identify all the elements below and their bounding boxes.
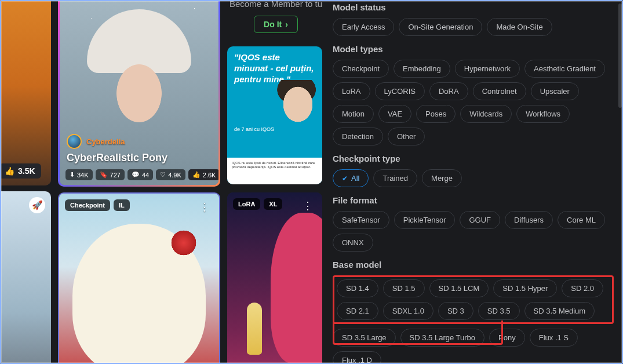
stat-thumbs[interactable]: 👍2.6K [188, 169, 218, 180]
chip-embedding[interactable]: Embedding [394, 60, 450, 78]
stat-likes: ♡4.9K [156, 169, 185, 180]
chip-poses[interactable]: Poses [416, 105, 456, 123]
thumb-icon: 👍 [192, 171, 201, 179]
chip-trained[interactable]: Trained [373, 169, 417, 187]
model-types-chips: Checkpoint Embedding Hypernetwork Aesthe… [333, 60, 614, 145]
chip-sd15lcm[interactable]: SD 1.5 LCM [429, 279, 489, 297]
chip-other[interactable]: Other [388, 128, 425, 145]
chip-sd21[interactable]: SD 2.1 [337, 302, 378, 320]
chip-lycoris[interactable]: LyCORIS [375, 82, 425, 100]
chip-coreml[interactable]: Core ML [558, 211, 605, 229]
author-name: Cyberdelia [86, 137, 125, 146]
section-model-status: Model status [333, 2, 614, 12]
chip-controlnet[interactable]: Controlnet [473, 82, 526, 100]
chip-detection[interactable]: Detection [333, 128, 383, 145]
chip-flux1s[interactable]: Flux .1 S [530, 329, 578, 347]
chip-made-onsite[interactable]: Made On-Site [487, 18, 552, 36]
card-tags: Checkpoint IL [65, 199, 130, 211]
rocket-icon[interactable]: 🚀 [29, 197, 45, 213]
chip-pickletensor[interactable]: PickleTensor [394, 211, 456, 229]
chip-hypernetwork[interactable]: Hypernetwork [455, 60, 520, 78]
chip-workflows[interactable]: Workflows [516, 105, 570, 123]
bookmark-icon: 🔖 [100, 171, 108, 179]
chip-sd15[interactable]: SD 1.5 [383, 279, 425, 297]
tag-il: IL [114, 199, 130, 211]
chip-upscaler[interactable]: Upscaler [531, 82, 579, 100]
card-partial-left-bottom[interactable]: 🚀 [0, 191, 51, 364]
do-it-label: Do It [264, 20, 282, 29]
chip-sd15hyper[interactable]: SD 1.5 Hyper [493, 279, 557, 297]
heart-icon: ♡ [160, 171, 166, 179]
chip-merge[interactable]: Merge [422, 169, 462, 187]
chip-wildcards[interactable]: Wildcards [460, 105, 512, 123]
chip-sd20[interactable]: SD 2.0 [562, 279, 603, 297]
download-icon: ⬇ [70, 171, 75, 179]
card-tags: LoRA XL [233, 198, 282, 210]
card-crody[interactable]: Checkpoint IL ⋮ Crody [58, 192, 220, 364]
section-base-model: Base model [333, 260, 614, 270]
more-menu-button[interactable]: ⋮ [196, 199, 213, 214]
chip-sd3[interactable]: SD 3 [438, 302, 473, 320]
stat-downloads: ⬇34K [65, 169, 93, 180]
cards-panel: Become a Member to tu Do It › 👍 3.5K Cyb… [0, 0, 326, 364]
chip-sd35[interactable]: SD 3.5 [478, 302, 520, 320]
card-featured[interactable]: Cyberdelia CyberRealistic Pony ⬇34K 🔖727… [58, 0, 220, 187]
chip-diffusers[interactable]: Diffusers [505, 211, 553, 229]
card-stats: ⬇34K 🔖727 💬44 ♡4.9K 👍2.6K [65, 169, 213, 180]
card-lora[interactable]: LoRA XL ⋮ [227, 192, 322, 364]
model-status-chips: Early Access On-Site Generation Made On-… [333, 18, 614, 36]
chevron-right-icon: › [285, 20, 288, 29]
card-partial-left-top[interactable]: 👍 3.5K [0, 0, 51, 185]
card-ad[interactable]: "IQOS este minunat - cel puțin, pentru m… [227, 46, 322, 184]
ad-sub: de 7 ani cu IQOS [234, 126, 274, 132]
chip-gguf[interactable]: GGUF [460, 211, 500, 229]
chip-all[interactable]: ✔All [333, 169, 369, 187]
section-model-types: Model types [333, 44, 614, 54]
more-menu-button[interactable]: ⋮ [299, 198, 316, 213]
member-banner: Become a Member to tu Do It › [227, 0, 325, 33]
chip-onnx[interactable]: ONNX [333, 234, 373, 252]
section-file-format: File format [333, 195, 614, 205]
chip-safetensor[interactable]: SafeTensor [333, 211, 389, 229]
chip-onsite-generation[interactable]: On-Site Generation [399, 18, 482, 36]
section-checkpoint-type: Checkpoint type [333, 154, 614, 163]
file-format-chips: SafeTensor PickleTensor GGUF Diffusers C… [333, 211, 614, 252]
checkpoint-type-chips: ✔All Trained Merge [333, 169, 614, 187]
chip-motion[interactable]: Motion [333, 105, 374, 123]
chip-vae[interactable]: VAE [378, 105, 411, 123]
chip-sd14[interactable]: SD 1.4 [337, 279, 378, 297]
thumbs-count: 3.5K [18, 166, 35, 176]
filters-panel: Model status Early Access On-Site Genera… [326, 0, 623, 364]
base-model-highlight-box: SD 1.4 SD 1.5 SD 1.5 LCM SD 1.5 Hyper SD… [333, 275, 614, 324]
check-icon: ✔ [342, 174, 348, 183]
chip-early-access[interactable]: Early Access [333, 18, 394, 36]
member-text: Become a Member to tu [227, 0, 325, 9]
stat-comments: 💬44 [127, 169, 153, 180]
tag-checkpoint: Checkpoint [65, 199, 110, 211]
chip-sd35medium[interactable]: SD 3.5 Medium [524, 302, 595, 320]
do-it-button[interactable]: Do It › [254, 16, 298, 33]
comment-icon: 💬 [132, 171, 140, 179]
chip-dora[interactable]: DoRA [429, 82, 468, 100]
tag-lora: LoRA [233, 198, 260, 210]
thumb-icon: 👍 [5, 166, 14, 176]
chip-checkpoint[interactable]: Checkpoint [333, 60, 389, 78]
chip-sdxl10[interactable]: SDXL 1.0 [383, 302, 433, 320]
chip-flux1d[interactable]: Flux .1 D [333, 351, 381, 364]
avatar [67, 134, 82, 149]
stat-bookmarks: 🔖727 [96, 169, 125, 180]
chip-lora[interactable]: LoRA [333, 82, 370, 100]
ad-disclaimer: IQOS nu este lipsit de riscuri. Eliberea… [227, 158, 322, 184]
card-title: CyberRealistic Pony [67, 152, 167, 164]
tag-xl: XL [264, 198, 282, 210]
chip-aesthetic-gradient[interactable]: Aesthetic Gradient [524, 60, 605, 78]
scrollbar[interactable] [618, 3, 622, 108]
autumn-illustration [0, 0, 51, 185]
ad-photo [270, 80, 322, 161]
thumbs-pill[interactable]: 👍 3.5K [0, 163, 41, 179]
city-illustration [0, 191, 51, 364]
author-row[interactable]: Cyberdelia [67, 134, 125, 149]
